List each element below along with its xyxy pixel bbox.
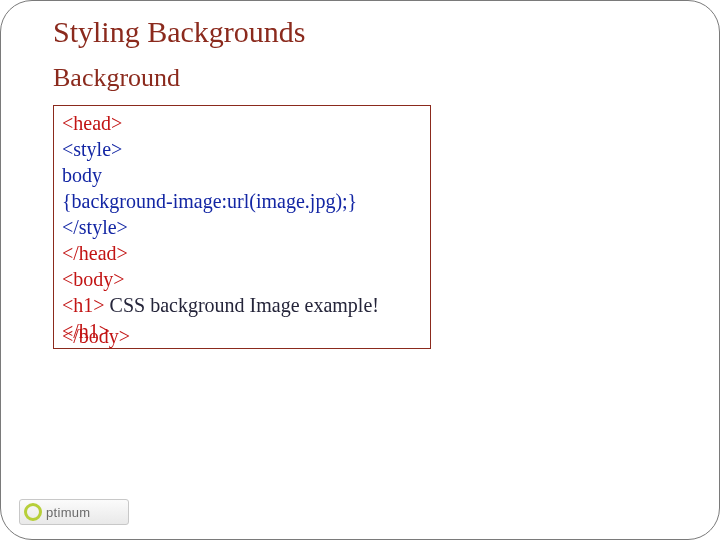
code-text: CSS background Image example! xyxy=(105,294,379,316)
code-line: <style> xyxy=(62,138,122,160)
logo-ring-icon xyxy=(24,503,42,521)
code-line: body xyxy=(62,164,102,186)
slide-subtitle: Background xyxy=(53,63,180,93)
slide-frame: Styling Backgrounds Background <head> <s… xyxy=(0,0,720,540)
code-line: <body> xyxy=(62,268,125,290)
logo-text: ptimum xyxy=(46,505,90,520)
code-line: {background-image:url(image.jpg);} xyxy=(62,190,357,212)
code-box: <head> <style> body {background-image:ur… xyxy=(53,105,431,349)
code-line: </body> xyxy=(62,325,130,347)
code-line: </style> xyxy=(62,216,128,238)
slide-title: Styling Backgrounds xyxy=(53,15,306,49)
code-line: <head> xyxy=(62,112,122,134)
code-tag: <h1> xyxy=(62,294,105,316)
brand-logo: ptimum xyxy=(19,499,129,525)
code-line: </head> xyxy=(62,242,128,264)
code-overflow: </body> xyxy=(62,323,130,349)
